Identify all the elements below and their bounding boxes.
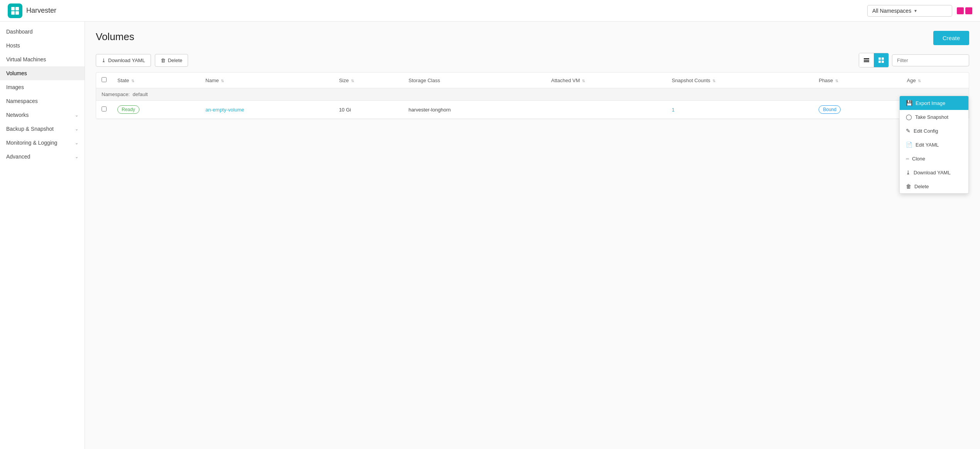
context-menu-take-snapshot-label: Take Snapshot <box>915 114 948 120</box>
sidebar-item-monitoring-label: Monitoring & Logging <box>6 140 75 146</box>
chevron-down-icon: ⌄ <box>75 140 78 145</box>
col-state[interactable]: State ⇅ <box>112 73 200 88</box>
create-button[interactable]: Create <box>933 31 969 45</box>
context-menu-item-edit-config[interactable]: ✎ Edit Config <box>900 124 968 138</box>
svg-rect-3 <box>15 11 19 15</box>
sort-attached-vm-icon: ⇅ <box>582 79 585 83</box>
trash-icon: 🗑 <box>161 57 166 63</box>
download-yaml-button[interactable]: ⤓ Download YAML <box>96 54 151 67</box>
clone-icon: ⎓ <box>906 155 909 162</box>
sort-snapshot-icon: ⇅ <box>712 79 716 83</box>
context-menu-delete-label: Delete <box>914 184 929 189</box>
app-logo <box>8 3 22 18</box>
chevron-down-icon: ⌄ <box>75 127 78 132</box>
sidebar-item-hosts[interactable]: Hosts <box>0 39 85 52</box>
col-name-label: Name <box>205 78 219 83</box>
sidebar-item-virtual-machines[interactable]: Virtual Machines <box>0 52 85 66</box>
download-icon: ⤓ <box>102 57 106 63</box>
svg-rect-6 <box>864 61 869 62</box>
sidebar-item-images[interactable]: Images <box>0 80 85 94</box>
col-snapshot-counts[interactable]: Snapshot Counts ⇅ <box>666 73 814 88</box>
export-image-icon: 💾 <box>906 100 912 106</box>
col-name[interactable]: Name ⇅ <box>200 73 334 88</box>
col-age-label: Age <box>907 78 916 83</box>
main-content: Volumes Create ⤓ Download YAML 🗑 Delete <box>85 22 980 449</box>
filter-input[interactable] <box>892 54 969 66</box>
svg-rect-8 <box>882 57 884 60</box>
col-phase-label: Phase <box>819 78 833 83</box>
col-age[interactable]: Age ⇅ <box>902 73 969 88</box>
col-attached-vm-label: Attached VM <box>551 78 580 83</box>
download-yaml-label: Download YAML <box>108 57 145 63</box>
context-menu-item-export-image[interactable]: 💾 Export Image <box>900 96 968 110</box>
namespace-chevron-icon: ▾ <box>914 8 917 14</box>
row-checkbox[interactable] <box>102 106 107 111</box>
svg-rect-4 <box>864 58 869 59</box>
volume-name-link[interactable]: an-empty-volume <box>205 107 244 113</box>
sidebar-item-advanced[interactable]: Advanced ⌄ <box>0 150 85 164</box>
sidebar-item-images-label: Images <box>6 84 78 90</box>
namespace-group-value: default <box>133 91 148 97</box>
sidebar: Dashboard Hosts Virtual Machines Volumes… <box>0 22 85 449</box>
context-menu-item-delete[interactable]: 🗑 Delete <box>900 179 968 193</box>
col-state-label: State <box>117 78 129 83</box>
toolbar: ⤓ Download YAML 🗑 Delete <box>96 53 969 68</box>
list-icon <box>863 57 870 63</box>
topbar-left: Harvester <box>8 3 56 18</box>
context-menu: 💾 Export Image ◯ Take Snapshot ✎ Edit Co… <box>899 96 969 194</box>
sidebar-item-volumes-label: Volumes <box>6 70 78 76</box>
context-menu-clone-label: Clone <box>912 156 925 162</box>
sidebar-item-backup-label: Backup & Snapshot <box>6 126 75 132</box>
list-view-button[interactable] <box>859 53 874 67</box>
namespace-selector[interactable]: All Namespaces ▾ <box>867 5 952 17</box>
sidebar-item-vms-label: Virtual Machines <box>6 56 78 62</box>
row-checkbox-cell[interactable] <box>96 101 112 119</box>
col-attached-vm[interactable]: Attached VM ⇅ <box>546 73 666 88</box>
context-menu-download-yaml-label: Download YAML <box>914 170 951 176</box>
col-size-label: Size <box>339 78 349 83</box>
context-menu-item-download-yaml[interactable]: ⤓ Download YAML <box>900 165 968 179</box>
state-badge: Ready <box>117 105 139 114</box>
select-all-cell[interactable] <box>96 73 112 88</box>
context-menu-item-take-snapshot[interactable]: ◯ Take Snapshot <box>900 110 968 124</box>
context-menu-item-edit-yaml[interactable]: 📄 Edit YAML <box>900 138 968 152</box>
namespace-group-row: Namespace: default <box>96 88 969 101</box>
delete-button[interactable]: 🗑 Delete <box>155 54 188 67</box>
sidebar-item-networks[interactable]: Networks ⌄ <box>0 108 85 122</box>
row-storage-class-cell: harvester-longhorn <box>403 101 546 119</box>
sort-age-icon: ⇅ <box>918 79 921 83</box>
namespace-label: All Namespaces <box>872 8 911 14</box>
volume-storage-class: harvester-longhorn <box>409 107 451 113</box>
grid-view-button[interactable] <box>874 53 888 67</box>
sidebar-item-namespaces[interactable]: Namespaces <box>0 94 85 108</box>
sidebar-item-backup-snapshot[interactable]: Backup & Snapshot ⌄ <box>0 122 85 136</box>
context-menu-export-image-label: Export Image <box>916 100 945 106</box>
volume-size: 10 Gi <box>339 107 351 113</box>
sidebar-item-volumes[interactable]: Volumes <box>0 66 85 80</box>
app-name: Harvester <box>26 7 56 15</box>
sidebar-item-advanced-label: Advanced <box>6 154 75 160</box>
col-size[interactable]: Size ⇅ <box>334 73 403 88</box>
chevron-down-icon: ⌄ <box>75 113 78 118</box>
user-avatar-group <box>957 7 972 14</box>
snapshot-count-link[interactable]: 1 <box>672 107 675 113</box>
sidebar-item-dashboard-label: Dashboard <box>6 29 78 35</box>
sidebar-item-dashboard[interactable]: Dashboard <box>0 25 85 39</box>
topbar: Harvester All Namespaces ▾ <box>0 0 980 22</box>
page-header: Volumes Create <box>96 31 969 45</box>
delete-label: Delete <box>168 57 183 63</box>
context-menu-item-clone[interactable]: ⎓ Clone <box>900 152 968 165</box>
col-phase[interactable]: Phase ⇅ <box>813 73 901 88</box>
row-snapshot-counts-cell: 1 <box>666 101 814 119</box>
sort-name-icon: ⇅ <box>221 79 224 83</box>
svg-rect-0 <box>11 7 15 10</box>
sidebar-item-networks-label: Networks <box>6 112 75 118</box>
toolbar-right <box>859 53 969 68</box>
sidebar-item-monitoring-logging[interactable]: Monitoring & Logging ⌄ <box>0 136 85 150</box>
context-menu-edit-config-label: Edit Config <box>914 128 938 134</box>
edit-config-icon: ✎ <box>906 128 910 134</box>
col-snapshot-counts-label: Snapshot Counts <box>672 78 710 83</box>
select-all-checkbox[interactable] <box>102 77 107 82</box>
row-phase-cell: Bound <box>813 101 901 119</box>
table-row: Ready an-empty-volume 10 Gi harvester-lo… <box>96 101 969 119</box>
